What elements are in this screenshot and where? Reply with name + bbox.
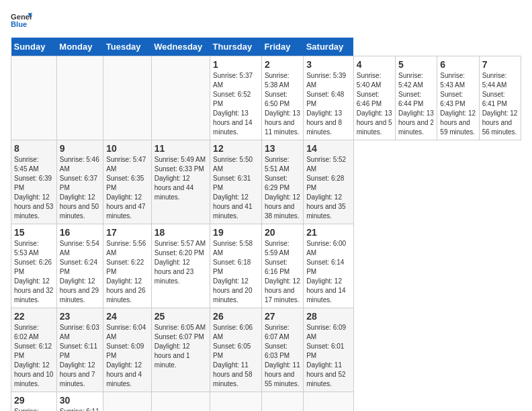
calendar-cell: 19Sunrise: 5:58 AMSunset: 6:18 PMDayligh…	[210, 224, 262, 308]
calendar-cell: 13Sunrise: 5:51 AMSunset: 6:29 PMDayligh…	[261, 140, 303, 224]
calendar-cell: 8Sunrise: 5:45 AMSunset: 6:39 PMDaylight…	[11, 140, 57, 224]
day-info: Sunrise: 6:09 AMSunset: 6:01 PMDaylight:…	[306, 323, 351, 389]
day-number: 13	[265, 143, 300, 154]
day-info: Sunrise: 6:10 AMSunset: 5:59 PMDaylight:…	[14, 407, 54, 411]
calendar-cell: 9Sunrise: 5:46 AMSunset: 6:37 PMDaylight…	[56, 140, 103, 224]
day-number: 2	[265, 59, 300, 70]
day-number: 26	[213, 311, 259, 322]
calendar-cell: 11Sunrise: 5:49 AMSunset: 6:33 PMDayligh…	[151, 140, 210, 224]
day-info: Sunrise: 6:02 AMSunset: 6:12 PMDaylight:…	[14, 323, 54, 389]
day-number: 11	[154, 143, 207, 154]
day-number: 5	[398, 59, 434, 70]
calendar-cell: 27Sunrise: 6:07 AMSunset: 6:03 PMDayligh…	[261, 308, 303, 392]
day-number: 14	[306, 143, 351, 154]
calendar-cell: 26Sunrise: 6:06 AMSunset: 6:05 PMDayligh…	[210, 308, 262, 392]
day-info: Sunrise: 5:51 AMSunset: 6:29 PMDaylight:…	[265, 155, 300, 221]
calendar-cell: 6Sunrise: 5:43 AMSunset: 6:43 PMDaylight…	[437, 56, 479, 140]
day-info: Sunrise: 5:39 AMSunset: 6:48 PMDaylight:…	[306, 71, 351, 137]
weekday-header-row: SundayMondayTuesdayWednesdayThursdayFrid…	[11, 38, 521, 56]
calendar-cell: 20Sunrise: 5:59 AMSunset: 6:16 PMDayligh…	[261, 224, 303, 308]
calendar-cell	[210, 392, 262, 412]
calendar-cell: 14Sunrise: 5:52 AMSunset: 6:28 PMDayligh…	[304, 140, 354, 224]
logo: General Blue	[11, 11, 36, 30]
day-number: 3	[306, 59, 351, 70]
calendar-cell: 23Sunrise: 6:03 AMSunset: 6:11 PMDayligh…	[56, 308, 103, 392]
weekday-header-sunday: Sunday	[11, 38, 57, 56]
day-number: 17	[106, 227, 148, 238]
day-number: 30	[60, 395, 100, 406]
week-row-2: 8Sunrise: 5:45 AMSunset: 6:39 PMDaylight…	[11, 140, 521, 224]
day-number: 21	[306, 227, 351, 238]
weekday-header-friday: Friday	[261, 38, 303, 56]
calendar-cell: 5Sunrise: 5:42 AMSunset: 6:44 PMDaylight…	[396, 56, 437, 140]
day-number: 7	[482, 59, 518, 70]
day-info: Sunrise: 5:59 AMSunset: 6:16 PMDaylight:…	[265, 239, 300, 305]
calendar-cell	[304, 392, 354, 412]
weekday-header-saturday: Saturday	[304, 38, 354, 56]
calendar-cell: 3Sunrise: 5:39 AMSunset: 6:48 PMDaylight…	[304, 56, 354, 140]
calendar-cell: 16Sunrise: 5:54 AMSunset: 6:24 PMDayligh…	[56, 224, 103, 308]
day-number: 15	[14, 227, 54, 238]
day-info: Sunrise: 5:42 AMSunset: 6:44 PMDaylight:…	[398, 71, 434, 137]
day-info: Sunrise: 5:47 AMSunset: 6:35 PMDaylight:…	[106, 155, 148, 221]
day-number: 28	[306, 311, 351, 322]
day-number: 10	[106, 143, 148, 154]
calendar-cell: 17Sunrise: 5:56 AMSunset: 6:22 PMDayligh…	[103, 224, 152, 308]
day-number: 6	[440, 59, 476, 70]
day-number: 8	[14, 143, 54, 154]
weekday-header-monday: Monday	[56, 38, 103, 56]
day-info: Sunrise: 5:45 AMSunset: 6:39 PMDaylight:…	[14, 155, 54, 221]
day-info: Sunrise: 6:00 AMSunset: 6:14 PMDaylight:…	[306, 239, 351, 305]
day-info: Sunrise: 5:57 AMSunset: 6:20 PMDaylight:…	[154, 239, 207, 286]
day-number: 18	[154, 227, 207, 238]
calendar-cell: 2Sunrise: 5:38 AMSunset: 6:50 PMDaylight…	[261, 56, 303, 140]
calendar-cell: 24Sunrise: 6:04 AMSunset: 6:09 PMDayligh…	[103, 308, 152, 392]
calendar-cell: 1Sunrise: 5:37 AMSunset: 6:52 PMDaylight…	[210, 56, 262, 140]
calendar-cell	[151, 392, 210, 412]
weekday-header-wednesday: Wednesday	[151, 38, 210, 56]
day-number: 29	[14, 395, 54, 406]
weekday-header-tuesday: Tuesday	[103, 38, 152, 56]
day-info: Sunrise: 5:54 AMSunset: 6:24 PMDaylight:…	[60, 239, 100, 305]
day-info: Sunrise: 6:07 AMSunset: 6:03 PMDaylight:…	[265, 323, 300, 389]
day-number: 19	[213, 227, 259, 238]
calendar-table: SundayMondayTuesdayWednesdayThursdayFrid…	[11, 38, 521, 411]
day-number: 25	[154, 311, 207, 322]
day-info: Sunrise: 5:52 AMSunset: 6:28 PMDaylight:…	[306, 155, 351, 221]
day-number: 23	[60, 311, 100, 322]
calendar-cell: 28Sunrise: 6:09 AMSunset: 6:01 PMDayligh…	[304, 308, 354, 392]
calendar-cell: 18Sunrise: 5:57 AMSunset: 6:20 PMDayligh…	[151, 224, 210, 308]
day-number: 9	[60, 143, 100, 154]
calendar-cell: 10Sunrise: 5:47 AMSunset: 6:35 PMDayligh…	[103, 140, 152, 224]
calendar-cell: 12Sunrise: 5:50 AMSunset: 6:31 PMDayligh…	[210, 140, 262, 224]
calendar-cell: 25Sunrise: 6:05 AMSunset: 6:07 PMDayligh…	[151, 308, 210, 392]
day-info: Sunrise: 5:56 AMSunset: 6:22 PMDaylight:…	[106, 239, 148, 305]
calendar-cell: 15Sunrise: 5:53 AMSunset: 6:26 PMDayligh…	[11, 224, 57, 308]
calendar-cell: 4Sunrise: 5:40 AMSunset: 6:46 PMDaylight…	[353, 56, 395, 140]
day-number: 22	[14, 311, 54, 322]
week-row-3: 15Sunrise: 5:53 AMSunset: 6:26 PMDayligh…	[11, 224, 521, 308]
week-row-1: 1Sunrise: 5:37 AMSunset: 6:52 PMDaylight…	[11, 56, 521, 140]
calendar-cell: 7Sunrise: 5:44 AMSunset: 6:41 PMDaylight…	[479, 56, 521, 140]
day-info: Sunrise: 5:50 AMSunset: 6:31 PMDaylight:…	[213, 155, 259, 221]
day-info: Sunrise: 5:38 AMSunset: 6:50 PMDaylight:…	[265, 71, 300, 137]
calendar-cell: 21Sunrise: 6:00 AMSunset: 6:14 PMDayligh…	[304, 224, 354, 308]
day-info: Sunrise: 5:46 AMSunset: 6:37 PMDaylight:…	[60, 155, 100, 221]
week-row-5: 29Sunrise: 6:10 AMSunset: 5:59 PMDayligh…	[11, 392, 521, 412]
day-number: 24	[106, 311, 148, 322]
logo-icon: General Blue	[11, 11, 32, 30]
calendar-cell	[11, 56, 57, 140]
calendar-cell: 29Sunrise: 6:10 AMSunset: 5:59 PMDayligh…	[11, 392, 57, 412]
day-number: 12	[213, 143, 259, 154]
day-number: 20	[265, 227, 300, 238]
calendar-cell: 22Sunrise: 6:02 AMSunset: 6:12 PMDayligh…	[11, 308, 57, 392]
day-info: Sunrise: 5:53 AMSunset: 6:26 PMDaylight:…	[14, 239, 54, 305]
day-number: 16	[60, 227, 100, 238]
calendar-cell	[261, 392, 303, 412]
calendar-cell	[103, 56, 152, 140]
calendar-cell	[103, 392, 152, 412]
day-info: Sunrise: 5:49 AMSunset: 6:33 PMDaylight:…	[154, 155, 207, 202]
svg-text:Blue: Blue	[11, 20, 27, 28]
day-info: Sunrise: 5:44 AMSunset: 6:41 PMDaylight:…	[482, 71, 518, 137]
day-info: Sunrise: 6:04 AMSunset: 6:09 PMDaylight:…	[106, 323, 148, 389]
